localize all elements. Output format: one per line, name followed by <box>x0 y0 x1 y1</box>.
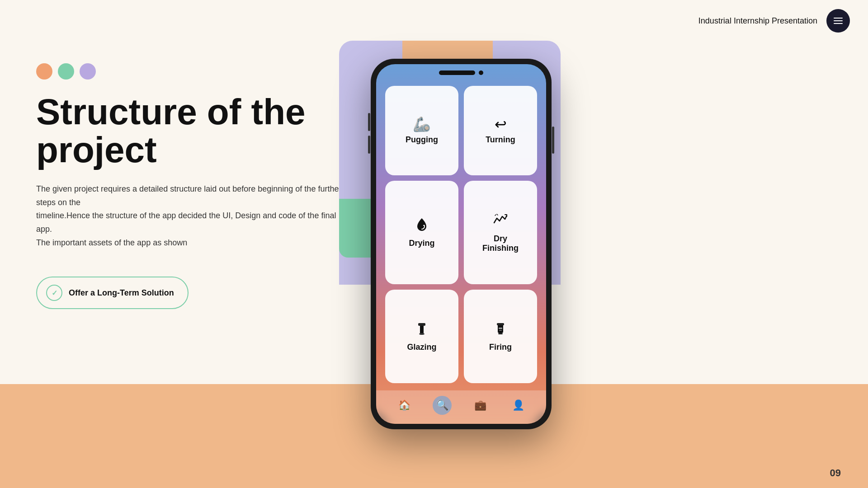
svg-rect-5 <box>499 328 502 329</box>
nav-search[interactable]: 🔍 <box>433 396 452 415</box>
glazing-label: Glazing <box>407 343 436 352</box>
svg-rect-6 <box>499 330 502 331</box>
phone-mockup: 🦾 Pugging ↩ Turning Drying <box>371 59 552 429</box>
vol-btn-2 <box>368 136 370 154</box>
drying-icon <box>414 216 430 235</box>
app-card-pugging[interactable]: 🦾 Pugging <box>385 86 458 175</box>
app-grid: 🦾 Pugging ↩ Turning Drying <box>376 79 546 390</box>
dot-green <box>58 63 74 80</box>
notch-pill <box>439 70 475 75</box>
menu-line <box>834 23 843 24</box>
svg-rect-1 <box>418 323 425 326</box>
page-number: 09 <box>830 467 841 479</box>
app-card-turning[interactable]: ↩ Turning <box>464 86 537 175</box>
firing-label: Firing <box>489 343 512 352</box>
svg-rect-7 <box>498 333 503 334</box>
power-btn <box>552 127 554 154</box>
pugging-icon: 🦾 <box>413 117 431 131</box>
app-card-firing[interactable]: Firing <box>464 290 537 383</box>
vol-btn-1 <box>368 113 370 131</box>
bg-mint-shape <box>339 199 375 258</box>
header-title: Industrial Internship Presentation <box>698 16 817 26</box>
dry-finishing-label: DryFinishing <box>482 234 519 253</box>
notch-dot <box>479 70 483 75</box>
nav-profile[interactable]: 👤 <box>509 396 528 415</box>
dot-purple <box>80 63 96 80</box>
svg-rect-4 <box>497 323 504 325</box>
nav-work[interactable]: 💼 <box>471 396 490 415</box>
header: Industrial Internship Presentation <box>0 0 868 42</box>
main-title: Structure of the project <box>36 93 344 169</box>
cta-label: Offer a Long-Term Solution <box>69 288 174 298</box>
description-text: The given project requires a detailed st… <box>36 183 344 249</box>
menu-button[interactable] <box>826 9 850 33</box>
dry-finishing-icon <box>492 212 509 230</box>
pugging-label: Pugging <box>406 135 438 145</box>
app-card-dry-finishing[interactable]: DryFinishing <box>464 181 537 284</box>
drying-label: Drying <box>409 239 434 248</box>
turning-icon: ↩ <box>495 117 507 131</box>
check-icon: ✓ <box>46 285 62 301</box>
cta-button[interactable]: ✓ Offer a Long-Term Solution <box>36 277 189 309</box>
dots-row <box>36 63 344 80</box>
svg-point-2 <box>419 333 425 335</box>
firing-icon <box>492 320 509 339</box>
phone-shell: 🦾 Pugging ↩ Turning Drying <box>371 59 552 429</box>
glazing-icon <box>414 320 430 339</box>
app-card-glazing[interactable]: Glazing <box>385 290 458 383</box>
turning-label: Turning <box>486 135 515 145</box>
phone-notch <box>376 64 546 79</box>
dot-orange <box>36 63 52 80</box>
phone-nav: 🏠 🔍 💼 👤 <box>376 390 546 424</box>
app-card-drying[interactable]: Drying <box>385 181 458 284</box>
nav-home[interactable]: 🏠 <box>395 396 414 415</box>
phone-screen: 🦾 Pugging ↩ Turning Drying <box>376 64 546 424</box>
menu-line <box>834 20 843 21</box>
menu-line <box>834 18 843 19</box>
left-content: Structure of the project The given proje… <box>36 63 344 309</box>
